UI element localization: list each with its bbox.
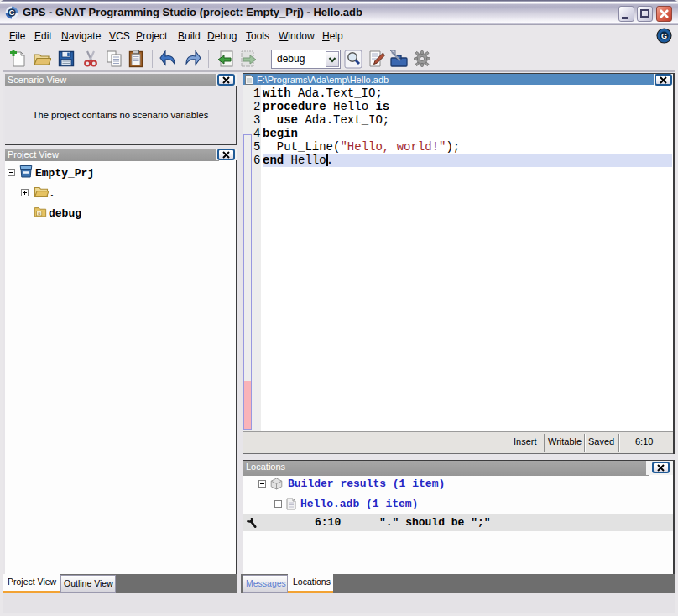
svg-text:G: G <box>661 32 667 40</box>
svg-text:o: o <box>38 211 40 216</box>
svg-text:G: G <box>9 8 15 17</box>
